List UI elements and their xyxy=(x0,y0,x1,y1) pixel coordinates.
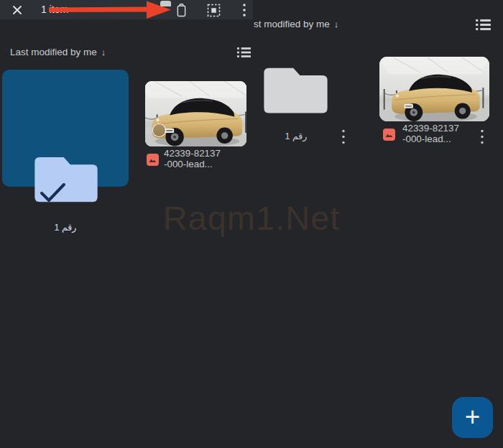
selection-toolbar: 1 item xyxy=(0,0,253,19)
more-vert-icon xyxy=(341,129,346,146)
sort-by-header-right[interactable]: st modified by me↓ xyxy=(254,18,338,31)
list-view-icon xyxy=(476,19,491,31)
more-options-button[interactable] xyxy=(236,1,252,19)
delete-button[interactable] xyxy=(172,1,190,19)
trash-icon xyxy=(175,3,188,18)
sort-direction-arrow: ↓ xyxy=(101,47,106,57)
sort-label: Last modified by me xyxy=(10,47,97,57)
image-more-button[interactable] xyxy=(475,126,489,148)
sort-direction-arrow: ↓ xyxy=(334,19,339,29)
close-selection-button[interactable] xyxy=(9,1,26,19)
image-type-chip xyxy=(147,154,159,166)
image-type-chip xyxy=(383,129,395,141)
more-vert-icon xyxy=(242,3,246,17)
folder-name: رقم 1 xyxy=(2,222,129,233)
image-file-name-line1: 42339-82137 xyxy=(164,148,221,159)
selection-count: 1 item xyxy=(41,0,68,19)
folder-more-button[interactable] xyxy=(336,126,351,148)
image-file-icon xyxy=(385,131,393,138)
image-file-thumbnail[interactable] xyxy=(379,57,489,121)
image-file-icon xyxy=(149,157,157,163)
check-icon xyxy=(38,181,68,205)
list-view-toggle-right[interactable] xyxy=(473,16,493,33)
plus-icon: + xyxy=(465,403,481,430)
close-icon xyxy=(11,4,23,16)
select-all-icon xyxy=(207,4,221,17)
image-file-name: 42339-82137 -000-lead... xyxy=(402,123,459,144)
folder-card-selected[interactable]: رقم 1 xyxy=(2,70,129,187)
folder-name: رقم 1 xyxy=(256,131,336,141)
image-file-name: 42339-82137 -000-lead... xyxy=(164,148,221,169)
sort-by-header-left[interactable]: Last modified by me↓ xyxy=(10,46,106,59)
share-icon[interactable] xyxy=(160,1,171,6)
drive-dark-collage: 1 item xyxy=(0,0,503,448)
folder-icon[interactable] xyxy=(262,62,330,120)
image-file-name-line2: -000-lead... xyxy=(402,134,459,144)
image-file-name-line1: 42339-82137 xyxy=(402,123,459,134)
image-file-name-line2: -000-lead... xyxy=(164,159,221,169)
selection-circle-unchecked[interactable] xyxy=(152,123,166,137)
list-view-icon xyxy=(237,47,251,58)
list-view-toggle-left[interactable] xyxy=(235,44,252,61)
sort-label-clipped: st modified by me xyxy=(254,19,330,29)
gold-concept-car-photo xyxy=(379,57,489,121)
add-new-fab[interactable]: + xyxy=(452,397,493,438)
select-all-button[interactable] xyxy=(205,1,222,19)
more-vert-icon xyxy=(480,129,484,146)
